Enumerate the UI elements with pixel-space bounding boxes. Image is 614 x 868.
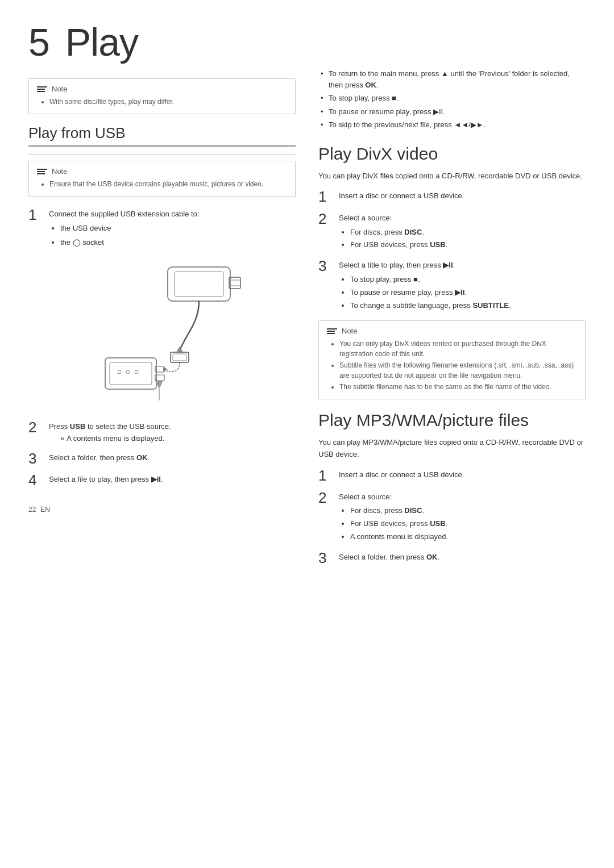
divx-note-item-0: You can only play DivX videos rented or … <box>339 339 577 359</box>
right-column: To return to the main menu, press ▲ unti… <box>318 23 586 571</box>
svg-rect-2 <box>229 277 240 289</box>
mp3-step-2-text: Select a source: <box>339 493 392 501</box>
svg-point-12 <box>118 370 121 374</box>
mp3-title: Play MP3/WMA/picture files <box>318 411 586 430</box>
divx-note-header: Note <box>327 327 577 335</box>
divx-step-2-subitem-0: For discs, press DISC. <box>350 227 586 239</box>
step-2-subnote: » A contents menu is displayed. <box>60 433 296 445</box>
step-4-content: Select a file to play, then press ▶II. <box>49 472 296 486</box>
chapter-number: 5 <box>28 20 49 64</box>
mp3-step-1: 1 Insert a disc or connect a USB device. <box>318 468 586 484</box>
right-bullet-2: To pause or resume play, press ▶II. <box>318 106 586 118</box>
svg-point-13 <box>126 370 130 374</box>
svg-marker-7 <box>176 347 183 352</box>
divx-step-number-2: 2 <box>318 211 339 227</box>
divx-intro: You can play DivX files copied onto a CD… <box>318 170 586 182</box>
divx-step-3-subitem-1: To pause or resume play, press ▶II. <box>350 287 586 299</box>
mp3-step-1-content: Insert a disc or connect a USB device. <box>339 468 586 481</box>
usb-note-icon <box>37 169 47 174</box>
usb-note-box: Note Ensure that the USB device contains… <box>28 161 296 197</box>
divx-note-icon <box>327 328 337 334</box>
divx-step-1-content: Insert a disc or connect a USB device. <box>339 189 586 202</box>
chapter-title-text: Play <box>65 20 138 64</box>
usb-step-3: 3 Select a folder, then press OK. <box>28 450 296 467</box>
play-from-usb-title: Play from USB <box>28 124 296 147</box>
mp3-step-2-subitem-0: For discs, press DISC. <box>350 505 586 517</box>
page-number: 22 <box>28 506 36 514</box>
general-note-list: With some disc/file types, play may diff… <box>37 97 287 107</box>
divx-note-list: You can only play DivX videos rented or … <box>327 339 577 392</box>
mp3-step-number-1: 1 <box>318 468 339 484</box>
step-1-subitems: the USB device the ⬡ socket <box>60 223 296 250</box>
mp3-step-2-subitem-2: A contents menu is displayed. <box>350 531 586 543</box>
divx-step-2-content: Select a source: For discs, press DISC. … <box>339 211 586 252</box>
step-number-2: 2 <box>28 419 49 436</box>
mp3-steps: 1 Insert a disc or connect a USB device.… <box>318 468 586 566</box>
mp3-step-number-3: 3 <box>318 550 339 566</box>
step-1-text: Connect the supplied USB extension cable… <box>49 210 200 218</box>
page-footer: 22 EN <box>28 506 296 514</box>
divx-step-2-subitems: For discs, press DISC. For USB devices, … <box>350 227 586 252</box>
divx-steps: 1 Insert a disc or connect a USB device.… <box>318 189 586 312</box>
right-bullet-0: To return to the main menu, press ▲ unti… <box>318 68 586 90</box>
divx-step-3-subitem-2: To change a subtitle language, press SUB… <box>350 300 586 312</box>
mp3-step-3-content: Select a folder, then press OK. <box>339 550 586 564</box>
step-1-content: Connect the supplied USB extension cable… <box>49 207 296 251</box>
usb-step-4: 4 Select a file to play, then press ▶II. <box>28 472 296 489</box>
general-note-item: With some disc/file types, play may diff… <box>49 97 287 107</box>
usb-step-1: 1 Connect the supplied USB extension cab… <box>28 207 296 251</box>
divx-step-number-3: 3 <box>318 258 339 274</box>
note-label: Note <box>52 85 67 93</box>
divx-note-box: Note You can only play DivX videos rente… <box>318 320 586 399</box>
page-lang: EN <box>40 506 50 514</box>
divx-step-3-content: Select a title to play, then press ▶II. … <box>339 258 586 312</box>
svg-rect-9 <box>110 362 152 385</box>
divx-step-3-subitems: To stop play, press ■. To pause or resum… <box>350 274 586 311</box>
right-bullet-3: To skip to the previous/next file, press… <box>318 119 586 131</box>
note-icon <box>37 86 47 92</box>
sub-note-arrow: » <box>60 433 64 445</box>
divx-step-1: 1 Insert a disc or connect a USB device. <box>318 189 586 205</box>
mp3-step-2-subitems: For discs, press DISC. For USB devices, … <box>350 505 586 542</box>
divx-note-item-1: Subtitle files with the following filena… <box>339 360 577 381</box>
svg-point-14 <box>135 370 138 374</box>
mp3-step-2: 2 Select a source: For discs, press DISC… <box>318 490 586 544</box>
mp3-intro: You can play MP3/WMA/picture files copie… <box>318 437 586 461</box>
step-3-content: Select a folder, then press OK. <box>49 450 296 464</box>
right-bullet-1: To stop play, press ■. <box>318 93 586 104</box>
divx-step-3-subitem-0: To stop play, press ■. <box>350 274 586 286</box>
divx-step-2-subitem-1: For USB devices, press USB. <box>350 239 586 251</box>
usb-diagram-svg <box>71 261 253 409</box>
svg-rect-0 <box>168 267 230 301</box>
divx-note-label: Note <box>342 327 357 335</box>
step-2-subnote-text: A contents menu is displayed. <box>67 433 164 445</box>
usb-diagram <box>28 261 296 409</box>
step-number-3: 3 <box>28 450 49 467</box>
step-2-content: Press USB to select the USB source. » A … <box>49 419 296 445</box>
usb-note-header: Note <box>37 167 287 176</box>
divx-step-2-text: Select a source: <box>339 214 392 222</box>
divx-step-3: 3 Select a title to play, then press ▶II… <box>318 258 586 312</box>
usb-step-2: 2 Press USB to select the USB source. » … <box>28 419 296 445</box>
mp3-step-2-content: Select a source: For discs, press DISC. … <box>339 490 586 544</box>
svg-rect-6 <box>173 354 186 361</box>
divx-step-2: 2 Select a source: For discs, press DISC… <box>318 211 586 252</box>
step-number-4: 4 <box>28 472 49 489</box>
mp3-step-3: 3 Select a folder, then press OK. <box>318 550 586 566</box>
divx-step-number-1: 1 <box>318 189 339 205</box>
left-column: 5 Play Note With some disc/file types, p… <box>28 23 296 571</box>
general-note-box: Note With some disc/file types, play may… <box>28 78 296 114</box>
usb-steps: 1 Connect the supplied USB extension cab… <box>28 207 296 489</box>
note-header: Note <box>37 85 287 93</box>
usb-note-item: Ensure that the USB device contains play… <box>49 179 287 189</box>
mp3-step-2-subitem-1: For USB devices, press USB. <box>350 518 586 530</box>
divx-title: Play DivX video <box>318 144 586 164</box>
svg-rect-1 <box>175 272 223 297</box>
step-1-subitem-1: the ⬡ socket <box>60 236 296 251</box>
mp3-step-number-2: 2 <box>318 490 339 506</box>
usb-note-label: Note <box>52 167 67 176</box>
chapter-title: 5 Play <box>28 23 296 61</box>
step-number-1: 1 <box>28 207 49 223</box>
usb-note-list: Ensure that the USB device contains play… <box>37 179 287 189</box>
divx-note-item-2: The subtitle filename has to be the same… <box>339 382 577 392</box>
